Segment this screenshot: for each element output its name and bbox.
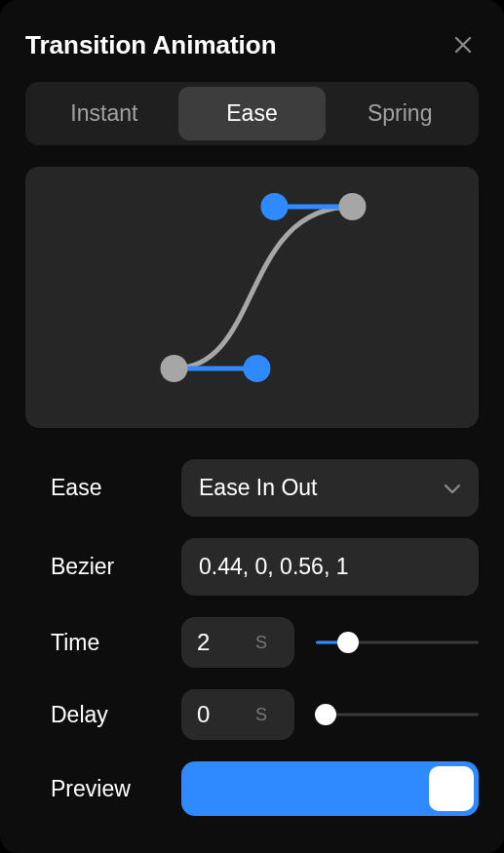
preview-toggle[interactable] [181, 761, 479, 816]
ease-row: Ease Ease In Out [25, 459, 479, 517]
transition-animation-panel: Transition Animation Instant Ease Spring… [0, 0, 504, 853]
delay-slider[interactable] [316, 703, 479, 726]
bezier-row: Bezier [25, 538, 479, 596]
time-label: Time [25, 630, 181, 656]
bezier-endpoint-start[interactable] [161, 355, 188, 382]
time-row: Time S [25, 617, 479, 668]
preview-toggle-knob [429, 766, 474, 811]
delay-slider-track [316, 714, 479, 717]
ease-label: Ease [25, 475, 181, 501]
bezier-label: Bezier [25, 554, 181, 580]
delay-label: Delay [25, 702, 181, 728]
delay-unit: S [255, 705, 267, 725]
bezier-endpoint-end[interactable] [339, 193, 367, 220]
bezier-curve-editor[interactable] [25, 167, 479, 428]
ease-select-value: Ease In Out [199, 475, 317, 501]
bezier-input[interactable] [181, 538, 479, 596]
tab-instant[interactable]: Instant [30, 87, 178, 140]
delay-value[interactable] [197, 701, 246, 728]
close-button[interactable] [447, 29, 479, 60]
time-slider[interactable] [316, 631, 479, 654]
panel-header: Transition Animation [25, 19, 479, 60]
panel-title: Transition Animation [25, 30, 277, 60]
bezier-handle-1[interactable] [244, 355, 271, 382]
tab-ease[interactable]: Ease [178, 87, 327, 140]
animation-type-tabs: Instant Ease Spring [25, 82, 479, 145]
close-icon [454, 36, 472, 54]
preview-label: Preview [25, 776, 181, 802]
delay-row: Delay S [25, 689, 479, 740]
tab-spring[interactable]: Spring [326, 87, 474, 140]
bezier-handle-2[interactable] [261, 193, 289, 220]
time-slider-thumb[interactable] [337, 632, 359, 653]
time-value[interactable] [197, 629, 246, 656]
delay-slider-thumb[interactable] [315, 704, 336, 725]
time-unit: S [255, 633, 267, 653]
chevron-down-icon [444, 483, 461, 494]
preview-row: Preview [25, 761, 479, 816]
time-field[interactable]: S [181, 617, 294, 668]
ease-select[interactable]: Ease In Out [181, 459, 479, 517]
delay-field[interactable]: S [181, 689, 294, 740]
bezier-curve-graphic [25, 167, 479, 428]
